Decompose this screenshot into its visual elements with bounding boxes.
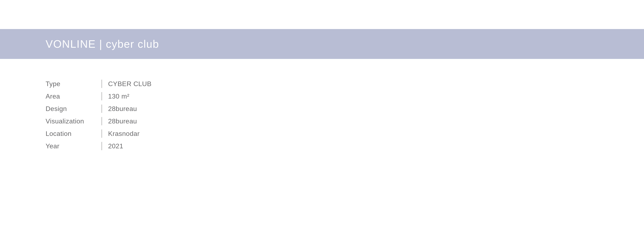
- info-value: 28bureau: [108, 115, 152, 127]
- info-label: Visualization: [46, 115, 95, 127]
- page-title: VONLINE | cyber club: [0, 38, 159, 50]
- info-value: Krasnodar: [108, 127, 152, 140]
- table-row: Area130 m²: [46, 90, 152, 103]
- info-table: TypeCYBER CLUBArea130 m²Design28bureauVi…: [46, 78, 152, 152]
- info-value: 130 m²: [108, 90, 152, 103]
- table-row: Design28bureau: [46, 103, 152, 115]
- table-row: Visualization28bureau: [46, 115, 152, 127]
- info-label: Area: [46, 90, 95, 103]
- content-section: TypeCYBER CLUBArea130 m²Design28bureauVi…: [0, 59, 644, 171]
- info-divider: [95, 115, 108, 127]
- info-divider: [95, 90, 108, 103]
- info-value: CYBER CLUB: [108, 78, 152, 90]
- info-divider: [95, 103, 108, 115]
- info-value: 28bureau: [108, 103, 152, 115]
- info-label: Year: [46, 140, 95, 152]
- header-banner: VONLINE | cyber club: [0, 29, 644, 59]
- table-row: Year2021: [46, 140, 152, 152]
- info-label: Type: [46, 78, 95, 90]
- info-label: Design: [46, 103, 95, 115]
- info-value: 2021: [108, 140, 152, 152]
- info-divider: [95, 78, 108, 90]
- info-divider: [95, 140, 108, 152]
- table-row: TypeCYBER CLUB: [46, 78, 152, 90]
- info-divider: [95, 127, 108, 140]
- table-row: LocationKrasnodar: [46, 127, 152, 140]
- top-spacer: [0, 0, 644, 29]
- info-label: Location: [46, 127, 95, 140]
